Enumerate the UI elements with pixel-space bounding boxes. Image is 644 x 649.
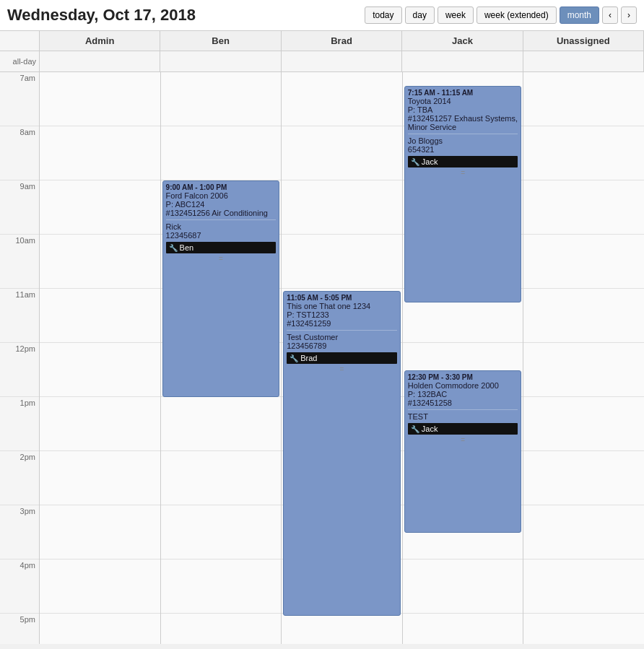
allday-admin[interactable] — [40, 51, 160, 71]
event-expand[interactable]: = — [287, 365, 397, 373]
hour-cell[interactable] — [40, 289, 160, 343]
event-time: 9:00 AM - 1:00 PM — [166, 183, 277, 191]
assignee-name: Ben — [180, 243, 194, 252]
event-brad-1[interactable]: 11:05 AM - 5:05 PM This one That one 123… — [283, 291, 401, 616]
event-assignee: 🔧 Jack — [408, 156, 518, 167]
hour-cell[interactable] — [523, 614, 644, 644]
hour-cell[interactable] — [40, 397, 160, 451]
hour-cell[interactable] — [40, 235, 160, 289]
time-gutter-header — [0, 31, 40, 51]
hour-cell[interactable] — [40, 559, 160, 614]
next-button[interactable]: › — [621, 6, 637, 24]
hour-cell[interactable] — [523, 72, 644, 126]
hour-cell[interactable] — [40, 614, 160, 644]
time-12pm: 12pm — [0, 343, 39, 397]
time-4pm: 4pm — [0, 559, 39, 614]
month-button[interactable]: month — [560, 6, 599, 24]
event-time: 12:30 PM - 3:30 PM — [408, 373, 518, 381]
day-button[interactable]: day — [405, 6, 435, 24]
hour-cell[interactable] — [161, 397, 282, 451]
wrench-icon: 🔧 — [290, 354, 298, 362]
staff-col-brad[interactable]: 11:05 AM - 5:05 PM This one That one 123… — [282, 72, 403, 644]
col-header-ben: Ben — [160, 31, 281, 51]
event-divider — [287, 330, 397, 331]
event-job: #132451258 — [408, 398, 518, 407]
staff-col-ben[interactable]: 9:00 AM - 1:00 PM Ford Falcon 2006 P: AB… — [161, 72, 282, 644]
hour-cell[interactable] — [282, 180, 402, 235]
event-divider — [408, 409, 518, 410]
hour-cell[interactable] — [161, 451, 282, 505]
allday-brad[interactable] — [282, 51, 402, 71]
hour-cell[interactable] — [282, 614, 402, 644]
hour-cell[interactable] — [282, 235, 402, 289]
event-jack-2[interactable]: 12:30 PM - 3:30 PM Holden Commodore 2000… — [404, 370, 522, 533]
hour-cell[interactable] — [523, 505, 644, 559]
hour-cell[interactable] — [523, 126, 644, 180]
date-title: Wednesday, Oct 17, 2018 — [7, 6, 365, 25]
hour-cell[interactable] — [161, 614, 282, 644]
week-extended-button[interactable]: week (extended) — [477, 6, 557, 24]
allday-unassigned[interactable] — [523, 51, 644, 71]
hour-cell[interactable] — [523, 397, 644, 451]
event-customer: Rick — [166, 222, 277, 231]
grid-body: 7am 8am 9am 10am 11am 12pm 1pm 2pm 3pm 4… — [0, 72, 644, 644]
event-phone: 123456789 — [287, 341, 397, 350]
event-assignee: 🔧 Ben — [166, 242, 277, 253]
event-customer: TEST — [408, 412, 518, 421]
event-ben-1[interactable]: 9:00 AM - 1:00 PM Ford Falcon 2006 P: AB… — [162, 180, 280, 397]
prev-button[interactable]: ‹ — [602, 6, 618, 24]
time-2pm: 2pm — [0, 451, 39, 505]
hour-cell[interactable] — [403, 559, 523, 614]
event-plate: P: ABC124 — [166, 200, 277, 209]
event-assignee: 🔧 Brad — [287, 352, 397, 364]
hour-cell[interactable] — [40, 180, 160, 235]
assignee-name: Brad — [300, 354, 317, 362]
hour-cell[interactable] — [523, 235, 644, 289]
hour-cell[interactable] — [403, 614, 523, 644]
wrench-icon: 🔧 — [411, 425, 419, 433]
staff-col-jack[interactable]: 7:15 AM - 11:15 AM Toyota 2014 P: TBA #1… — [403, 72, 524, 644]
event-expand[interactable]: = — [408, 169, 518, 177]
assignee-name: Jack — [422, 424, 438, 433]
wrench-icon: 🔧 — [169, 244, 178, 252]
hour-cell[interactable] — [40, 343, 160, 397]
nav-buttons: today day week week (extended) month ‹ › — [365, 6, 637, 24]
time-7am: 7am — [0, 72, 39, 126]
hour-cell[interactable] — [161, 126, 282, 180]
event-jack-1[interactable]: 7:15 AM - 11:15 AM Toyota 2014 P: TBA #1… — [404, 86, 522, 302]
column-headers: Admin Ben Brad Jack Unassigned — [0, 31, 644, 51]
event-job: #132451259 — [287, 319, 397, 328]
hour-cell[interactable] — [161, 559, 282, 614]
event-car: Toyota 2014 — [408, 97, 518, 105]
time-10am: 10am — [0, 235, 39, 289]
hour-cell[interactable] — [40, 72, 160, 126]
hour-cell[interactable] — [161, 72, 282, 126]
hour-cell[interactable] — [523, 559, 644, 614]
event-expand[interactable]: = — [408, 436, 518, 444]
allday-ben[interactable] — [160, 51, 281, 71]
allday-jack[interactable] — [402, 51, 523, 71]
week-button[interactable]: week — [438, 6, 474, 24]
hour-cell[interactable] — [40, 451, 160, 505]
calendar: Admin Ben Brad Jack Unassigned all-day 7… — [0, 31, 644, 644]
time-8am: 8am — [0, 126, 39, 180]
event-phone: 654321 — [408, 145, 518, 154]
event-plate: P: TBA — [408, 105, 518, 114]
staff-col-admin[interactable] — [40, 72, 161, 644]
hour-cell[interactable] — [523, 343, 644, 397]
col-header-unassigned: Unassigned — [523, 31, 644, 51]
hour-cell[interactable] — [523, 289, 644, 343]
hour-cell[interactable] — [40, 505, 160, 559]
event-car: Ford Falcon 2006 — [166, 191, 277, 200]
today-button[interactable]: today — [365, 6, 401, 24]
hour-cell[interactable] — [282, 126, 402, 180]
event-divider — [408, 134, 518, 134]
hour-cell[interactable] — [523, 451, 644, 505]
hour-cell[interactable] — [282, 72, 402, 126]
hour-cell[interactable] — [40, 126, 160, 180]
hour-cell[interactable] — [523, 180, 644, 235]
staff-col-unassigned[interactable] — [523, 72, 644, 644]
event-expand[interactable]: = — [166, 255, 277, 263]
hour-cell[interactable] — [161, 505, 282, 559]
event-customer: Test Customer — [287, 333, 397, 341]
